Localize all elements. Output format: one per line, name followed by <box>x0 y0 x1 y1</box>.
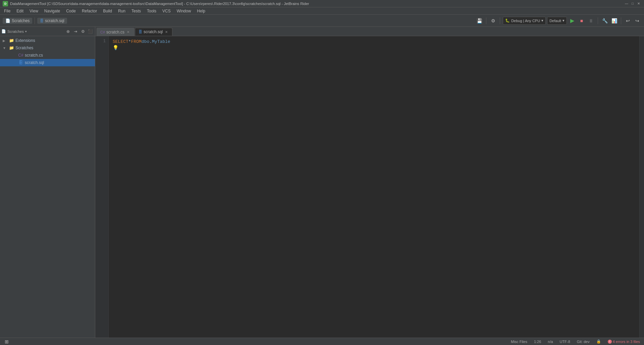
tree-node-scratches[interactable]: ▼ 📁 Scratches <box>0 44 95 52</box>
pause-button[interactable]: ⏸ <box>587 17 595 25</box>
keyword-table: MyTable <box>152 39 170 45</box>
window-title: DataManagementTool [C:\SDSource\data-man… <box>10 2 624 6</box>
toolbar-separator-4 <box>598 17 598 24</box>
tab-sql-icon: 🗄 <box>139 30 142 34</box>
file-tree: ▶ 📁 Extensions ▼ 📁 Scratches C# scratch.… <box>0 36 95 338</box>
sql-file-icon-toolbar: 🗄 <box>40 19 44 23</box>
status-left: ⊞ <box>3 338 11 345</box>
title-bar: D DataManagementTool [C:\SDSource\data-m… <box>0 0 644 7</box>
menu-code[interactable]: Code <box>63 8 78 14</box>
sidebar-move-button[interactable]: ⇥ <box>72 28 79 35</box>
toolbar-separator-1 <box>35 17 35 24</box>
menu-refactor[interactable]: Refactor <box>79 8 100 14</box>
folder-icon-scratches: 📁 <box>9 45 14 51</box>
status-git[interactable]: Git: dev <box>576 339 591 344</box>
scratches-panel-label[interactable]: 📄 Scratches <box>3 18 32 24</box>
maximize-button[interactable]: □ <box>630 1 635 6</box>
tab-close-sql[interactable]: ✕ <box>164 29 169 34</box>
sql-file-icon: 🗄 <box>18 60 23 65</box>
toolbar-right: 💾 ⚙ 🐛 Debug | Any CPU ▾ Default ▾ ▶ ■ ⏸ … <box>475 17 641 25</box>
keyword-from: FROM <box>131 39 142 45</box>
scratches-icon: 📄 <box>5 18 10 23</box>
toolbar-separator-5 <box>621 17 621 24</box>
menu-build[interactable]: Build <box>100 8 115 14</box>
tree-item-scratch-cs[interactable]: C# scratch.cs <box>0 52 95 59</box>
debug-config-dropdown[interactable]: 🐛 Debug | Any CPU ▾ <box>503 17 546 25</box>
debug-icon: 🐛 <box>505 18 510 23</box>
sidebar-toolbar: 📄 Scratches ▾ ⊕ ⇥ ⚙ ⬛ <box>0 27 95 36</box>
toolbar: 📄 Scratches 🗄 scratch.sql 💾 ⚙ 🐛 Debug | … <box>0 15 644 27</box>
sidebar-toolbar-right: ⊕ ⇥ ⚙ ⬛ <box>65 28 94 35</box>
toolbar-separator-2 <box>486 17 486 24</box>
keyword-star: * <box>128 39 131 45</box>
cs-file-icon: C# <box>18 53 23 58</box>
error-icon: ! <box>608 340 612 344</box>
status-layout-button[interactable]: ⊞ <box>3 338 11 345</box>
tab-scratch-sql[interactable]: 🗄 scratch.sql ✕ <box>135 28 172 36</box>
status-encoding[interactable]: UTF-8 <box>558 339 572 344</box>
code-editor[interactable]: 1 SELECT * FROM dbo . MyTable 💡 <box>95 36 644 338</box>
keyword-select: SELECT <box>113 39 128 45</box>
chevron-down-icon-sidebar: ▾ <box>25 30 27 33</box>
undo-button[interactable]: ↩ <box>624 17 632 25</box>
right-gutter <box>639 36 644 338</box>
status-misc-files[interactable]: Misc Files <box>509 339 529 344</box>
sidebar-expand-button[interactable]: ⬛ <box>87 28 94 35</box>
menu-bar: File Edit View Navigate Code Refactor Bu… <box>0 7 644 15</box>
menu-run[interactable]: Run <box>115 8 128 14</box>
menu-file[interactable]: File <box>1 8 13 14</box>
sidebar-new-button[interactable]: ⊕ <box>65 28 71 35</box>
folder-icon-extensions: 📁 <box>9 38 14 43</box>
status-na[interactable]: n/a <box>546 339 554 344</box>
sidebar-title: 📄 Scratches ▾ <box>1 29 64 33</box>
tab-scratch-cs[interactable]: C# scratch.cs ✕ <box>97 28 134 36</box>
menu-navigate[interactable]: Navigate <box>42 8 63 14</box>
redo-button[interactable]: ↪ <box>633 17 641 25</box>
sidebar: 📄 Scratches ▾ ⊕ ⇥ ⚙ ⬛ ▶ 📁 Extensions ▼ 📁 <box>0 27 95 338</box>
toolbar-separator-3 <box>500 17 500 24</box>
menu-vcs[interactable]: VCS <box>160 8 173 14</box>
tab-close-cs[interactable]: ✕ <box>126 30 130 34</box>
menu-help[interactable]: Help <box>194 8 208 14</box>
minimize-button[interactable]: — <box>624 1 629 6</box>
chevron-down-icon: ▾ <box>541 18 543 23</box>
status-lock-icon[interactable]: 🔒 <box>595 339 602 344</box>
close-button[interactable]: ✕ <box>636 1 641 6</box>
status-position[interactable]: 1:26 <box>533 339 542 344</box>
sidebar-icon: 📄 <box>1 29 6 33</box>
run-config-dropdown[interactable]: Default ▾ <box>547 17 567 25</box>
settings-button[interactable]: ⚙ <box>489 17 497 25</box>
run-configurations-button[interactable]: 🔧 <box>601 17 609 25</box>
run-button[interactable]: ▶ <box>568 17 576 25</box>
app-icon: D <box>3 1 8 6</box>
scratch-sql-toolbar-tab[interactable]: 🗄 scratch.sql <box>37 18 67 24</box>
menu-tests[interactable]: Tests <box>129 8 144 14</box>
coverage-button[interactable]: 📊 <box>610 17 618 25</box>
line-num-1: 1 <box>95 39 108 45</box>
status-errors[interactable]: ! 4 errors in 3 files <box>606 339 641 344</box>
editor-area: C# scratch.cs ✕ 🗄 scratch.sql ✕ 1 SELECT… <box>95 27 644 338</box>
main-content: 📄 Scratches ▾ ⊕ ⇥ ⚙ ⬛ ▶ 📁 Extensions ▼ 📁 <box>0 27 644 338</box>
tree-item-scratch-sql[interactable]: 🗄 scratch.sql <box>0 59 95 66</box>
chevron-down-icon-2: ▾ <box>562 18 565 23</box>
arrow-icon-scratches: ▼ <box>3 46 7 50</box>
save-all-button[interactable]: 💾 <box>475 17 483 25</box>
keyword-dot: . <box>149 39 152 45</box>
lightbulb-icon[interactable]: 💡 <box>113 45 118 51</box>
status-bar: ⊞ Misc Files 1:26 n/a UTF-8 Git: dev 🔒 !… <box>0 338 644 345</box>
sidebar-settings-button[interactable]: ⚙ <box>79 28 86 35</box>
window-controls: — □ ✕ <box>624 1 641 6</box>
editor-tabs: C# scratch.cs ✕ 🗄 scratch.sql ✕ <box>95 27 644 36</box>
code-line-1: SELECT * FROM dbo . MyTable <box>113 39 635 45</box>
tab-cs-icon: C# <box>100 30 105 34</box>
menu-tools[interactable]: Tools <box>144 8 159 14</box>
tree-node-extensions[interactable]: ▶ 📁 Extensions <box>0 37 95 44</box>
stop-button[interactable]: ■ <box>578 17 586 25</box>
menu-edit[interactable]: Edit <box>14 8 26 14</box>
line-numbers: 1 <box>95 36 109 338</box>
arrow-icon-extensions: ▶ <box>3 39 7 43</box>
menu-window[interactable]: Window <box>174 8 194 14</box>
code-content[interactable]: SELECT * FROM dbo . MyTable 💡 <box>109 36 639 338</box>
menu-view[interactable]: View <box>27 8 41 14</box>
status-right: Misc Files 1:26 n/a UTF-8 Git: dev 🔒 ! 4… <box>509 339 641 344</box>
